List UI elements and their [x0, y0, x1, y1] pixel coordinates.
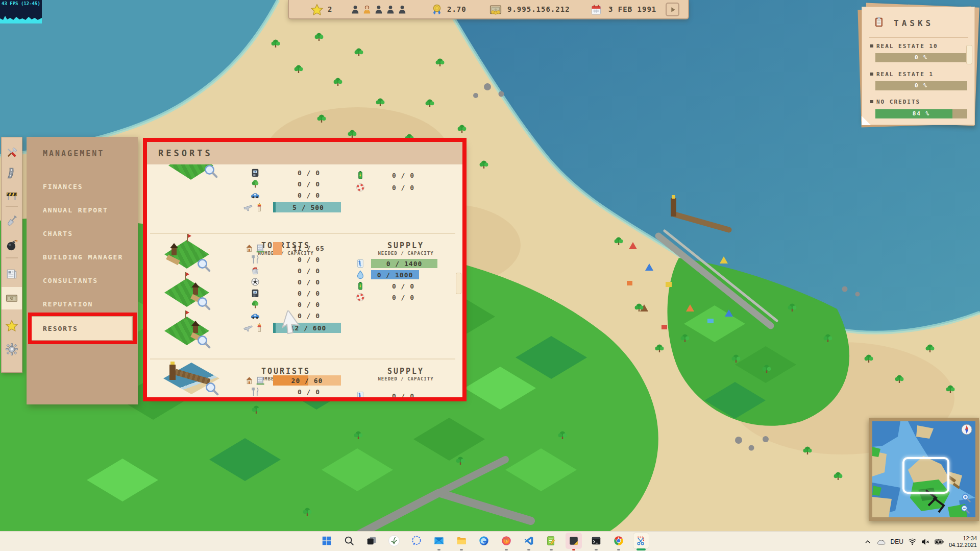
supply-bar: 0 / 1000 — [371, 270, 419, 279]
menu-item-reputation[interactable]: REPUTATION — [43, 300, 93, 312]
tree-icon — [250, 179, 260, 189]
supply-value: 0 / 0 — [365, 282, 442, 290]
building-icon — [256, 375, 266, 386]
magnifier-icon[interactable] — [196, 296, 211, 311]
plane-icon — [243, 323, 253, 333]
magnifier-icon[interactable] — [196, 334, 211, 349]
newspaper-icon — [5, 267, 18, 280]
mail-button[interactable] — [431, 533, 447, 549]
management-button[interactable] — [2, 288, 22, 308]
recording-indicator — [572, 549, 575, 550]
signal-button[interactable] — [408, 533, 425, 549]
citizen-icon — [397, 5, 407, 15]
task-progress-text: 84 % — [875, 110, 967, 117]
clock[interactable]: 12:34 04.12.2021 — [949, 535, 977, 548]
tasks-scrollbar[interactable] — [966, 45, 972, 64]
supply-value: 0 / 0 — [365, 392, 442, 397]
resorts-panel: RESORTS 0 / 0 0 / 0 0 / 0 5 / 500 0 / 0 … — [147, 142, 462, 397]
atm-icon — [250, 167, 260, 178]
task-bullet — [870, 100, 873, 103]
hud-money: 9.995.156.212 — [507, 5, 570, 13]
notepad-plus-plus-button[interactable] — [543, 533, 559, 549]
firefox-button[interactable] — [498, 533, 514, 549]
file-explorer-button[interactable] — [453, 533, 470, 549]
stat-value: 0 / 0 — [271, 301, 347, 308]
mail-icon — [433, 535, 445, 546]
tools-icon — [5, 146, 18, 159]
star-icon — [310, 3, 324, 16]
toolbar-divider — [6, 206, 18, 207]
snipping-tool-button[interactable] — [633, 533, 649, 549]
magnifier-icon[interactable] — [196, 257, 211, 273]
road-icon — [5, 166, 18, 180]
active-indicator — [636, 548, 646, 550]
screen-recorder-button[interactable] — [566, 533, 582, 549]
road-button[interactable] — [2, 163, 22, 183]
wifi-icon[interactable] — [908, 538, 917, 545]
vscode-button[interactable] — [521, 533, 537, 549]
resorts-scrollbar[interactable] — [456, 273, 461, 294]
settings-button[interactable] — [2, 339, 22, 360]
notepad-plus-plus-icon — [546, 535, 557, 546]
magnifier-icon[interactable] — [203, 164, 218, 179]
stat-value: 11 / 65 — [271, 245, 347, 252]
battery-charging-icon[interactable] — [935, 538, 944, 545]
zoom-in-icon[interactable] — [961, 493, 971, 503]
battery-icon — [355, 281, 365, 291]
search-button[interactable] — [341, 533, 357, 549]
star-button[interactable] — [2, 316, 22, 336]
car-icon — [250, 310, 260, 321]
section-divider — [150, 358, 455, 360]
shovel-button[interactable] — [2, 211, 22, 231]
lifebuoy-icon — [355, 292, 365, 302]
terminal-button[interactable] — [588, 533, 604, 549]
task-view-button[interactable] — [363, 533, 380, 549]
minimap[interactable] — [869, 418, 979, 521]
bomb-button[interactable] — [2, 235, 22, 255]
menu-item-finances[interactable]: FINANCES — [43, 183, 83, 194]
task-bullet — [870, 73, 873, 76]
barrier-button[interactable] — [2, 185, 22, 205]
signal-icon — [411, 535, 422, 546]
menu-item-charts[interactable]: CHARTS — [43, 230, 73, 241]
screen-recorder-icon — [568, 535, 579, 546]
newspaper-button[interactable] — [2, 263, 22, 284]
management-panel: MANAGEMENT FINANCES ANNUAL REPORT CHARTS… — [27, 137, 138, 404]
edge-button[interactable] — [476, 533, 492, 549]
lively-wallpaper-button[interactable] — [386, 533, 402, 549]
minimap-viewport[interactable] — [902, 457, 949, 494]
windows-start-button[interactable] — [318, 533, 335, 549]
menu-item-consultants[interactable]: CONSULTANTS — [43, 277, 98, 288]
play-button[interactable] — [666, 3, 679, 16]
task-label: NO CREDITS — [876, 99, 920, 105]
language-indicator[interactable]: DEU — [891, 538, 903, 545]
citizen-female-icon — [362, 5, 372, 15]
chrome-button[interactable] — [610, 533, 627, 549]
fps-graph — [0, 11, 42, 23]
zoom-out-icon[interactable] — [960, 504, 970, 514]
task-label: REAL ESTATE 10 — [876, 43, 938, 50]
task-bullet — [870, 44, 873, 47]
magnifier-icon[interactable] — [204, 381, 219, 396]
volume-muted-icon[interactable] — [921, 538, 930, 545]
task-view-icon — [366, 535, 377, 546]
menu-item-annual-report[interactable]: ANNUAL REPORT — [43, 206, 108, 218]
tray-time: 12:34 — [949, 535, 977, 542]
menu-item-resorts[interactable]: RESORTS — [43, 325, 78, 336]
search-icon — [344, 535, 355, 546]
menu-item-building-manager[interactable]: BUILDING MANAGER — [43, 253, 123, 265]
water-icon — [355, 270, 365, 280]
tools-button[interactable] — [2, 142, 22, 163]
tourists-header: TOURISTS — [230, 367, 342, 376]
running-indicator — [527, 549, 530, 550]
supply-subheader: NEEDED / CAPACITY — [350, 251, 462, 256]
fps-text: 43 FPS (12-45) — [0, 0, 42, 7]
tray-chevron-icon[interactable] — [864, 538, 871, 545]
supply-value: 0 / 0 — [365, 294, 442, 301]
mouse-cursor — [282, 310, 304, 336]
running-indicator — [550, 549, 553, 550]
running-indicator — [617, 549, 620, 550]
onedrive-cloud-icon[interactable] — [876, 538, 886, 546]
task-progress-bar: 84 % — [875, 109, 967, 118]
building-icon — [256, 243, 266, 253]
